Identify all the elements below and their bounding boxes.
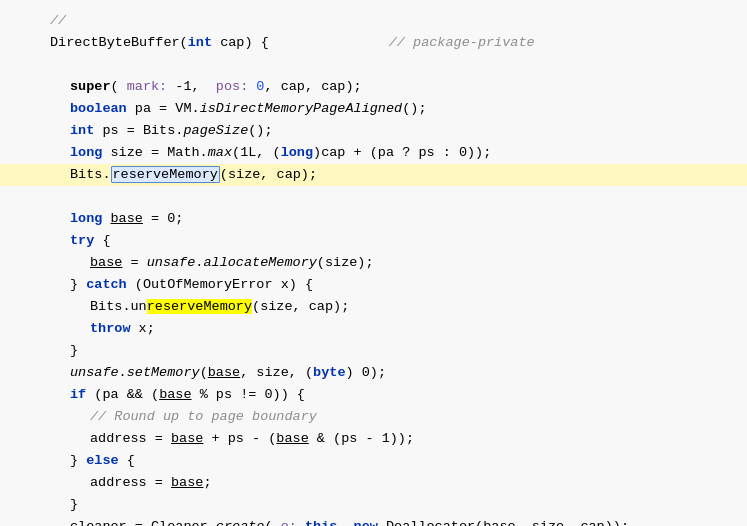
line-if-pa: if (pa && (base % ps != 0)) { xyxy=(0,384,747,406)
line-else: } else { xyxy=(0,450,747,472)
line-super: super( mark: -1, pos: 0, cap, cap); xyxy=(0,76,747,98)
line-address-base: address = base; xyxy=(0,472,747,494)
line-comment-1: // xyxy=(0,10,747,32)
line-close-brace-2: } xyxy=(0,494,747,516)
line-setmemory: unsafe.setMemory(base, size, (byte) 0); xyxy=(0,362,747,384)
line-cleaner: cleaner = Cleaner.create( o: this, new D… xyxy=(0,516,747,526)
line-try: try { xyxy=(0,230,747,252)
line-throw: throw x; xyxy=(0,318,747,340)
line-round-up-comment: // Round up to page boundary xyxy=(0,406,747,428)
code-container: // DirectByteBuffer(int cap) {// package… xyxy=(0,0,747,526)
line-int-ps: int ps = Bits.pageSize(); xyxy=(0,120,747,142)
line-constructor: DirectByteBuffer(int cap) {// package-pr… xyxy=(0,32,747,54)
line-long-size: long size = Math.max(1L, (long)cap + (pa… xyxy=(0,142,747,164)
line-close-brace-1: } xyxy=(0,340,747,362)
line-catch: } catch (OutOfMemoryError x) { xyxy=(0,274,747,296)
line-address-calc: address = base + ps - (base & (ps - 1)); xyxy=(0,428,747,450)
line-allocate: base = unsafe.allocateMemory(size); xyxy=(0,252,747,274)
line-blank-2 xyxy=(0,186,747,208)
line-blank-1 xyxy=(0,54,747,76)
line-unreserve: Bits.unreserveMemory(size, cap); xyxy=(0,296,747,318)
line-boolean: boolean pa = VM.isDirectMemoryPageAligne… xyxy=(0,98,747,120)
line-bits-reserve: Bits.reserveMemory(size, cap); xyxy=(0,164,747,186)
line-long-base: long base = 0; xyxy=(0,208,747,230)
